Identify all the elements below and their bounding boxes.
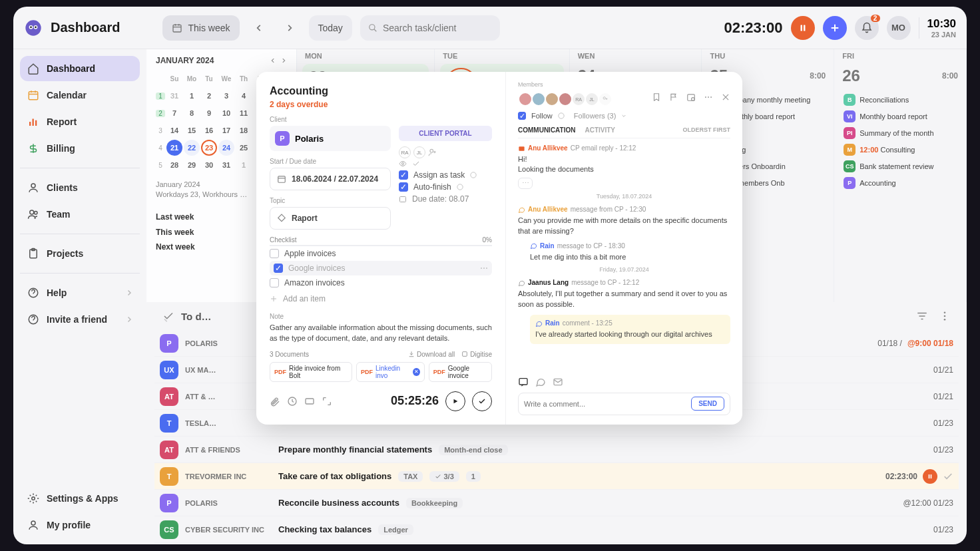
- followers-button[interactable]: Followers (3): [574, 112, 616, 120]
- document-chip[interactable]: PDFGoogle invoice: [429, 362, 492, 382]
- cal-day[interactable]: 16: [201, 122, 217, 138]
- nav-clients[interactable]: Clients: [20, 175, 140, 200]
- members-avatars[interactable]: RA JL: [518, 92, 612, 106]
- cal-day[interactable]: 14: [166, 122, 182, 138]
- nav-my-profile[interactable]: My profile: [20, 512, 140, 538]
- follow-checkbox[interactable]: ✓: [518, 112, 526, 120]
- topic-field[interactable]: Raport: [270, 207, 391, 230]
- close-icon[interactable]: [721, 92, 730, 102]
- event-pill[interactable]: CSBank statement review: [840, 159, 961, 174]
- filter-button[interactable]: [916, 310, 928, 322]
- cal-day[interactable]: 30: [201, 157, 217, 173]
- more-button[interactable]: [939, 310, 951, 322]
- play-button[interactable]: [445, 391, 465, 411]
- cal-day[interactable]: 15: [184, 122, 200, 138]
- cal-day[interactable]: 31: [218, 157, 234, 173]
- task-row[interactable]: CSCYBER SECURITY INCChecking tax balance…: [154, 516, 959, 543]
- more-icon[interactable]: ⋯: [480, 264, 488, 273]
- user-avatar[interactable]: MO: [887, 16, 911, 40]
- nav-report[interactable]: Report: [20, 109, 140, 134]
- add-member-icon[interactable]: [598, 92, 612, 106]
- document-chip[interactable]: PDFRide invoice from Bolt: [270, 362, 352, 382]
- checklist-item[interactable]: Amazon invoices: [270, 278, 492, 287]
- document-chip[interactable]: PDFLinkedin invo✕: [356, 362, 425, 382]
- notifications-button[interactable]: 2: [855, 16, 879, 40]
- clock-icon[interactable]: [287, 396, 298, 407]
- prev-button[interactable]: [248, 17, 270, 39]
- cal-day[interactable]: 3: [218, 88, 234, 104]
- nav-settings-&-apps[interactable]: Settings & Apps: [20, 486, 140, 511]
- cal-day[interactable]: 2: [201, 88, 217, 104]
- nav-invite-a-friend[interactable]: Invite a friend: [20, 307, 140, 332]
- pause-button[interactable]: [791, 16, 815, 40]
- cal-day[interactable]: 11: [236, 105, 252, 121]
- comment-input-bar[interactable]: SEND: [518, 393, 730, 415]
- tab-activity[interactable]: ACTIVITY: [585, 126, 615, 134]
- mini-prev[interactable]: [270, 57, 276, 64]
- add-item-button[interactable]: Add an item: [270, 294, 492, 303]
- more-icon[interactable]: [704, 92, 713, 102]
- cal-day[interactable]: 1: [184, 88, 200, 104]
- today-button[interactable]: Today: [309, 15, 352, 41]
- nav-help[interactable]: Help: [20, 280, 140, 305]
- cal-day[interactable]: 31: [166, 88, 182, 104]
- event-pill[interactable]: VIMonthly board report: [840, 109, 961, 124]
- search-input[interactable]: [383, 23, 492, 33]
- cal-day[interactable]: 4: [236, 88, 252, 104]
- complete-button[interactable]: [472, 391, 492, 411]
- nav-dashboard[interactable]: Dashboard: [20, 56, 140, 81]
- send-button[interactable]: SEND: [691, 397, 724, 411]
- comment-mode-icon[interactable]: [518, 377, 529, 387]
- expand-icon[interactable]: [322, 396, 332, 407]
- nav-team[interactable]: Team: [20, 202, 140, 227]
- task-row[interactable]: PPOLARISReconcile business accountsBookk…: [154, 490, 959, 516]
- client-field[interactable]: P Polaris: [270, 126, 391, 151]
- event-pill[interactable]: BReconciliations: [840, 92, 961, 107]
- task-row[interactable]: TTREVORMER INCTake care of tax obligatio…: [154, 463, 959, 490]
- digitise-button[interactable]: Digitise: [461, 351, 492, 358]
- cal-day[interactable]: 1: [236, 157, 252, 173]
- cal-day[interactable]: 28: [166, 157, 182, 173]
- client-portal-button[interactable]: CLIENT PORTAL: [399, 126, 492, 141]
- flag-icon[interactable]: [669, 92, 678, 102]
- autofinish-checkbox[interactable]: ✓: [399, 182, 408, 192]
- cal-day[interactable]: 24: [218, 140, 234, 156]
- chat-mode-icon[interactable]: [535, 377, 546, 387]
- cal-day[interactable]: 23: [201, 140, 217, 156]
- bookmark-icon[interactable]: [652, 92, 661, 102]
- eye-icon[interactable]: [399, 160, 407, 168]
- cal-day[interactable]: 21: [166, 140, 182, 156]
- cal-day[interactable]: 29: [184, 157, 200, 173]
- sort-button[interactable]: OLDERST FIRST: [683, 126, 731, 134]
- mail-mode-icon[interactable]: [553, 377, 563, 387]
- search-box[interactable]: [360, 15, 500, 41]
- assign-checkbox[interactable]: ✓: [399, 170, 408, 180]
- cal-day[interactable]: 9: [201, 105, 217, 121]
- checklist-item[interactable]: ✓Google invoices⋯: [270, 261, 492, 276]
- mini-next[interactable]: [280, 57, 287, 64]
- download-all-button[interactable]: Download all: [408, 351, 455, 358]
- checklist-item[interactable]: Apple invoices: [270, 249, 492, 258]
- event-pill[interactable]: PAccounting: [840, 176, 961, 190]
- event-pill[interactable]: M12:00 Consulting: [840, 142, 961, 157]
- event-pill[interactable]: PISummary of the month: [840, 126, 961, 140]
- cal-day[interactable]: 7: [166, 105, 182, 121]
- cal-day[interactable]: 18: [236, 122, 252, 138]
- check-icon[interactable]: [412, 160, 420, 168]
- cal-day[interactable]: 25: [236, 140, 252, 156]
- task-row[interactable]: ATATT & FRIENDSPrepare monthly financial…: [154, 437, 959, 463]
- nav-projects[interactable]: Projects: [20, 241, 140, 266]
- add-button[interactable]: [823, 16, 847, 40]
- tab-communication[interactable]: COMMUNICATION: [518, 126, 575, 134]
- schedule-icon[interactable]: [686, 92, 696, 102]
- period-selector[interactable]: This week: [162, 15, 239, 41]
- date-field[interactable]: 18.06.2024 / 22.07.2024: [270, 168, 391, 190]
- cal-day[interactable]: 8: [184, 105, 200, 121]
- cal-day[interactable]: 22: [184, 140, 200, 156]
- nav-calendar[interactable]: Calendar: [20, 83, 140, 108]
- add-person-icon[interactable]: [428, 148, 437, 157]
- card-icon[interactable]: [304, 396, 315, 407]
- comment-input[interactable]: [524, 400, 691, 408]
- attach-icon[interactable]: [270, 396, 280, 407]
- cal-day[interactable]: 10: [218, 105, 234, 121]
